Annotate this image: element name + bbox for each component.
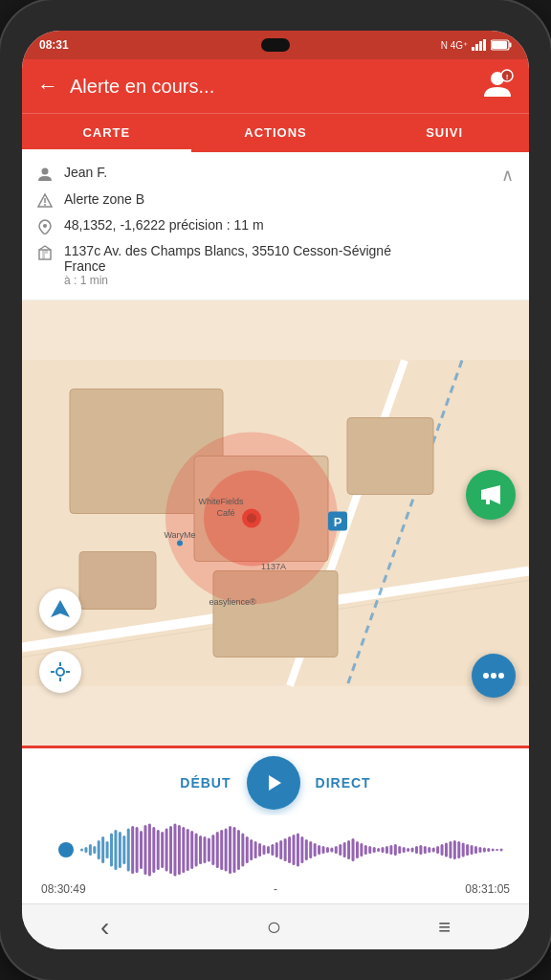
svg-text:WhiteFields: WhiteFields bbox=[198, 497, 244, 506]
svg-rect-123 bbox=[389, 845, 392, 855]
svg-rect-135 bbox=[441, 844, 444, 856]
svg-rect-84 bbox=[225, 829, 228, 872]
svg-rect-104 bbox=[309, 841, 312, 858]
svg-rect-75 bbox=[187, 829, 189, 871]
svg-point-10 bbox=[42, 168, 49, 175]
svg-rect-124 bbox=[394, 844, 397, 856]
svg-rect-72 bbox=[173, 824, 176, 877]
svg-rect-63 bbox=[136, 827, 139, 873]
svg-rect-119 bbox=[373, 847, 376, 853]
svg-point-39 bbox=[177, 541, 183, 546]
svg-rect-91 bbox=[254, 841, 257, 858]
zone-icon bbox=[37, 193, 55, 212]
svg-text:1137A: 1137A bbox=[261, 562, 286, 571]
svg-rect-102 bbox=[300, 836, 303, 863]
address-text: 1137c Av. des Champs Blancs, 35510 Cesso… bbox=[64, 243, 514, 258]
svg-text:!: ! bbox=[506, 73, 509, 81]
svg-point-12 bbox=[44, 204, 46, 206]
status-icons: N 4G⁺ bbox=[441, 39, 512, 51]
svg-text:P: P bbox=[334, 515, 342, 529]
svg-rect-103 bbox=[305, 839, 308, 860]
location-button[interactable] bbox=[39, 651, 81, 693]
map-area[interactable]: P WhiteFields Café WaryMe easylience® 11… bbox=[22, 301, 529, 746]
nav-home-button[interactable]: ○ bbox=[243, 904, 304, 949]
svg-point-13 bbox=[43, 224, 47, 228]
svg-rect-98 bbox=[284, 838, 287, 861]
svg-rect-82 bbox=[216, 832, 219, 868]
waveform-times: 08:30:49 - 08:31:05 bbox=[37, 882, 514, 896]
svg-rect-88 bbox=[241, 834, 244, 867]
info-row-address: 1137c Av. des Champs Blancs, 35510 Cesso… bbox=[37, 240, 514, 290]
navigation-button[interactable] bbox=[39, 589, 81, 631]
svg-point-47 bbox=[498, 673, 504, 679]
svg-rect-69 bbox=[161, 832, 164, 868]
building-icon bbox=[37, 245, 55, 263]
waveform-start: 08:30:49 bbox=[41, 882, 86, 896]
svg-rect-139 bbox=[457, 841, 460, 858]
svg-rect-115 bbox=[356, 841, 359, 858]
info-row-name: Jean F. ∧ bbox=[37, 162, 514, 189]
svg-rect-56 bbox=[106, 841, 109, 858]
svg-rect-6 bbox=[492, 41, 507, 49]
svg-rect-111 bbox=[339, 844, 342, 856]
waveform-end: 08:31:05 bbox=[465, 882, 510, 896]
nav-back-button[interactable]: ‹ bbox=[77, 904, 132, 950]
waveform-section: /* generated inline */ 08:30:49 - 08:31:… bbox=[22, 815, 529, 903]
user-alert-icon[interactable]: ! bbox=[481, 68, 514, 104]
tab-carte[interactable]: CARTE bbox=[22, 114, 191, 152]
svg-rect-60 bbox=[122, 835, 125, 864]
svg-rect-51 bbox=[84, 847, 87, 853]
svg-rect-53 bbox=[93, 846, 96, 854]
svg-rect-54 bbox=[98, 840, 100, 859]
svg-rect-107 bbox=[322, 846, 325, 854]
megaphone-button[interactable] bbox=[466, 470, 516, 520]
tab-suivi[interactable]: SUIVI bbox=[360, 114, 529, 152]
svg-rect-77 bbox=[195, 834, 198, 867]
svg-rect-59 bbox=[119, 832, 121, 868]
svg-rect-89 bbox=[246, 836, 249, 863]
chevron-up-icon[interactable]: ∧ bbox=[501, 165, 514, 186]
svg-rect-57 bbox=[110, 834, 113, 867]
svg-rect-141 bbox=[466, 844, 469, 856]
svg-text:easylience®: easylience® bbox=[209, 597, 256, 607]
svg-rect-83 bbox=[220, 830, 223, 870]
svg-point-45 bbox=[483, 673, 489, 679]
svg-rect-5 bbox=[510, 43, 512, 48]
svg-rect-110 bbox=[335, 846, 338, 854]
svg-rect-50 bbox=[80, 849, 83, 852]
person-alert-icon: ! bbox=[481, 68, 514, 100]
svg-rect-64 bbox=[140, 831, 143, 869]
svg-rect-130 bbox=[419, 845, 422, 855]
zone-text: Alerte zone B bbox=[64, 191, 514, 207]
network-icon: N 4G⁺ bbox=[441, 40, 468, 51]
coords-text: 48,1352, -1,6222 précision : 11 m bbox=[64, 217, 514, 233]
debut-button[interactable]: DÉBUT bbox=[180, 775, 231, 791]
tabs-bar: CARTE ACTIONS SUIVI bbox=[22, 113, 529, 152]
direct-button[interactable]: DIRECT bbox=[316, 775, 371, 791]
play-button[interactable] bbox=[247, 756, 300, 810]
header-title: Alerte en cours... bbox=[70, 76, 470, 98]
svg-rect-122 bbox=[386, 846, 388, 854]
nav-menu-button[interactable]: ≡ bbox=[415, 907, 474, 947]
tab-actions[interactable]: ACTIONS bbox=[191, 114, 361, 152]
svg-rect-66 bbox=[148, 824, 151, 877]
back-button[interactable]: ← bbox=[37, 74, 58, 99]
svg-point-31 bbox=[247, 514, 256, 523]
svg-rect-62 bbox=[131, 826, 134, 874]
svg-rect-118 bbox=[368, 846, 371, 854]
svg-rect-3 bbox=[483, 39, 486, 51]
svg-rect-101 bbox=[297, 834, 299, 867]
svg-rect-16 bbox=[45, 250, 48, 254]
svg-rect-96 bbox=[276, 842, 278, 858]
status-time: 08:31 bbox=[39, 38, 69, 52]
svg-rect-79 bbox=[203, 836, 206, 863]
svg-rect-27 bbox=[79, 552, 156, 610]
svg-rect-126 bbox=[403, 847, 406, 853]
svg-rect-81 bbox=[211, 835, 214, 865]
svg-rect-71 bbox=[169, 826, 172, 874]
bottom-navigation: ‹ ○ ≡ bbox=[22, 903, 529, 949]
svg-rect-92 bbox=[258, 843, 261, 857]
more-options-button[interactable] bbox=[472, 654, 516, 698]
svg-rect-112 bbox=[343, 842, 346, 858]
svg-rect-0 bbox=[472, 47, 474, 51]
